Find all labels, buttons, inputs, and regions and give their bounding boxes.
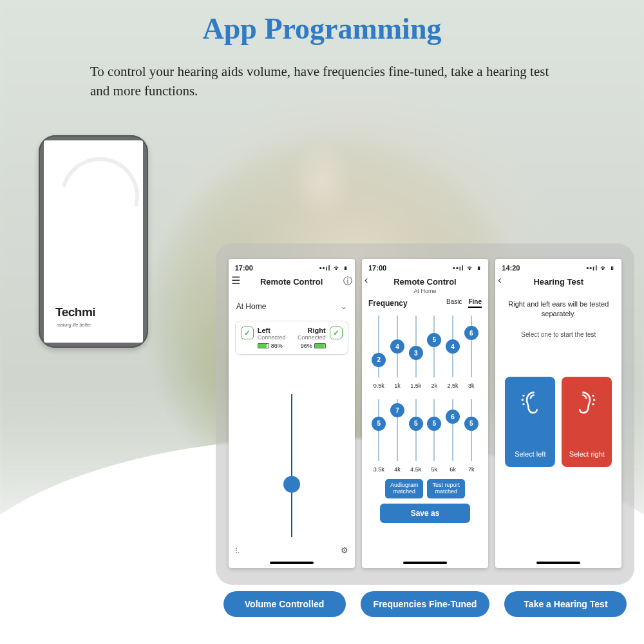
screenshot-frequency: 17:00 ••ıl ᯤ ▮ ‹ Remote Control At Home … xyxy=(362,259,488,568)
eq-slider[interactable]: 5 xyxy=(370,395,388,465)
status-icons: ••ıl ᯤ ▮ xyxy=(453,264,482,272)
save-button[interactable]: Save as xyxy=(380,504,470,523)
eq-freq-label: 4k xyxy=(388,466,407,473)
screen-subtitle: At Home xyxy=(368,288,482,294)
eq-slider[interactable]: 6 xyxy=(462,312,480,381)
right-battery: 96% xyxy=(301,343,312,349)
eq-freq-label: 6k xyxy=(444,466,462,473)
screen-title: Remote Control xyxy=(368,277,482,287)
eq-row-2: 575565 xyxy=(368,395,482,465)
chevron-down-icon: ⌄ xyxy=(341,302,347,311)
eq-thumb[interactable]: 5 xyxy=(409,417,423,431)
eq-slider[interactable]: 5 xyxy=(462,395,480,465)
eq-freq-label: 1.5k xyxy=(406,383,425,389)
left-label: Left xyxy=(258,327,286,334)
status-bar: 14:20 ••ıl ᯤ ▯ xyxy=(502,264,615,272)
eq-slider[interactable]: 4 xyxy=(444,312,462,381)
page-title: App Programming xyxy=(0,12,644,46)
svg-point-3 xyxy=(592,394,594,396)
status-time: 17:00 xyxy=(235,264,253,272)
preset-value: At Home xyxy=(236,302,267,311)
eq-freq-label: 2k xyxy=(425,383,444,389)
eq-slider[interactable]: 5 xyxy=(425,395,444,465)
eq-freq-label: 4.5k xyxy=(406,466,425,473)
right-aid: Right Connected 96% ✓ xyxy=(298,327,343,349)
back-icon[interactable]: ‹ xyxy=(498,274,501,286)
brand-tagline: making life better xyxy=(57,323,91,327)
settings-icon[interactable]: ⚙ xyxy=(341,545,348,555)
eq-slider[interactable]: 4 xyxy=(388,312,407,381)
eq-freq-label: 2.5k xyxy=(444,383,462,389)
home-indicator xyxy=(536,562,580,564)
left-aid: ✓ Left Connected 86% xyxy=(241,327,286,349)
left-status: Connected xyxy=(258,334,286,341)
eq-thumb[interactable]: 3 xyxy=(409,346,423,360)
eq-slider[interactable]: 7 xyxy=(388,395,407,465)
caption-frequency: Frequencies Fine-Tuned xyxy=(361,591,490,617)
eq-thumb[interactable]: 4 xyxy=(390,339,404,354)
status-bar: 17:00 ••ıl ᯤ ▮ xyxy=(368,264,482,272)
status-icons: ••ıl ᯤ ▯ xyxy=(586,264,615,272)
select-left-ear[interactable]: Select left xyxy=(505,377,555,467)
svg-point-0 xyxy=(523,394,525,396)
eq-thumb[interactable]: 5 xyxy=(427,417,441,431)
eq-slider[interactable]: 2 xyxy=(370,312,388,381)
svg-point-5 xyxy=(592,403,594,405)
eq-freq-label: 3k xyxy=(462,383,480,389)
eq-slider[interactable]: 5 xyxy=(425,312,444,381)
held-phone: Techmi making life better xyxy=(39,135,148,348)
caption-row: Volume Controlled Frequencies Fine-Tuned… xyxy=(216,591,634,617)
caption-volume: Volume Controlled xyxy=(223,591,346,617)
eq-slider[interactable]: 3 xyxy=(406,312,425,381)
preset-dropdown[interactable]: At Home ⌄ xyxy=(235,299,348,314)
eq-thumb[interactable]: 5 xyxy=(464,417,478,431)
hearing-test-prompt: Select one to start the test xyxy=(502,331,615,338)
volume-slider[interactable] xyxy=(291,394,292,537)
tab-basic[interactable]: Basic xyxy=(446,298,462,308)
brand-logo: Techmi xyxy=(55,305,95,319)
select-left-label: Select left xyxy=(515,450,545,467)
screen-title: Remote Control xyxy=(235,277,348,287)
eq-labels-2: 3.5k4k4.5k5k6k7k xyxy=(368,466,482,473)
eq-thumb[interactable]: 4 xyxy=(446,339,460,354)
eq-freq-label: 7k xyxy=(462,466,480,473)
eq-slider[interactable]: 6 xyxy=(444,395,462,465)
home-indicator xyxy=(270,562,314,564)
check-icon: ✓ xyxy=(330,327,343,339)
eq-labels-1: 0.5k1k1.5k2k2.5k3k xyxy=(368,383,482,389)
eq-freq-label: 0.5k xyxy=(370,383,388,389)
eq-thumb[interactable]: 7 xyxy=(390,403,404,417)
test-report-button[interactable]: Test report matched xyxy=(427,479,465,498)
screenshots-panel: 17:00 ••ıl ᯤ ▮ ☰ ⓘ Remote Control At Hom… xyxy=(216,243,634,585)
svg-point-2 xyxy=(523,403,525,405)
held-phone-screen: Techmi making life better xyxy=(44,140,143,343)
battery-icon xyxy=(314,343,326,348)
eq-slider[interactable]: 5 xyxy=(406,395,425,465)
caption-hearing-test: Take a Hearing Test xyxy=(504,591,627,617)
select-right-ear[interactable]: Select right xyxy=(562,377,612,467)
svg-point-4 xyxy=(593,399,595,401)
connection-card: ✓ Left Connected 86% Right Connected 96% xyxy=(235,321,348,355)
eq-thumb[interactable]: 2 xyxy=(372,353,386,367)
eq-thumb[interactable]: 6 xyxy=(464,326,478,340)
audiogram-button[interactable]: Audiogram matched xyxy=(385,479,424,498)
tab-fine[interactable]: Fine xyxy=(468,298,482,308)
right-label: Right xyxy=(298,327,326,334)
eq-thumb[interactable]: 5 xyxy=(427,333,441,347)
eq-freq-label: 1k xyxy=(388,383,407,389)
home-indicator xyxy=(403,562,447,564)
screenshot-volume: 17:00 ••ıl ᯤ ▮ ☰ ⓘ Remote Control At Hom… xyxy=(229,259,355,568)
svg-point-1 xyxy=(522,399,524,401)
eq-icon[interactable]: ⁝. xyxy=(235,545,240,555)
slider-thumb[interactable] xyxy=(283,476,300,493)
battery-icon xyxy=(258,343,269,348)
back-icon[interactable]: ‹ xyxy=(365,274,368,286)
eq-thumb[interactable]: 6 xyxy=(446,410,460,424)
select-right-label: Select right xyxy=(569,450,605,467)
ear-icon xyxy=(576,387,598,419)
hearing-test-desc: Right and left ears will be tested separ… xyxy=(508,299,609,319)
eq-thumb[interactable]: 5 xyxy=(372,417,386,431)
right-status: Connected xyxy=(298,334,326,341)
check-icon: ✓ xyxy=(241,327,254,339)
frequency-label: Frequency xyxy=(368,299,408,308)
